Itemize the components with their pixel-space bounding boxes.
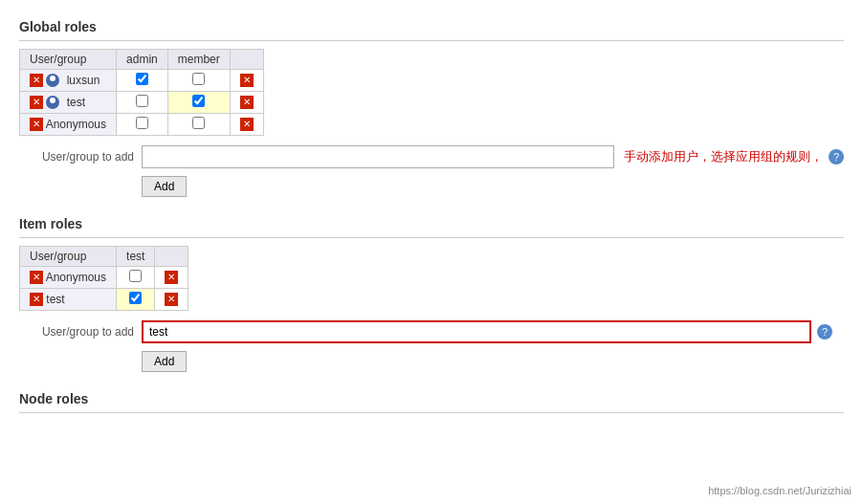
global-add-form-row: User/group to add 手动添加用户，选择应用组的规则， ? — [19, 145, 844, 168]
test-cell — [117, 267, 155, 289]
user-cell: ✕ luxsun — [20, 70, 117, 92]
user-cell: ✕ Anonymous — [20, 114, 117, 136]
action-cell: ✕ — [230, 92, 263, 114]
global-roles-divider — [19, 40, 844, 41]
table-row: ✕ Anonymous ✕ — [20, 114, 264, 136]
delete-icon[interactable]: ✕ — [30, 271, 43, 284]
global-roles-table: User/group admin member ✕ luxsun — [19, 49, 264, 136]
item-roles-title: Item roles — [19, 216, 844, 231]
admin-checkbox[interactable] — [136, 73, 148, 85]
test-cell — [117, 289, 155, 311]
item-add-button[interactable]: Add — [142, 351, 187, 372]
action-cell: ✕ — [230, 114, 263, 136]
row-delete-icon[interactable]: ✕ — [240, 118, 254, 131]
admin-cell — [117, 92, 168, 114]
help-icon[interactable]: ? — [817, 324, 832, 340]
table-row: ✕ test ✕ — [20, 289, 188, 311]
delete-icon[interactable]: ✕ — [30, 118, 43, 131]
username-label: luxsun — [67, 74, 100, 87]
table-row: ✕ Anonymous ✕ — [20, 267, 188, 289]
member-checkbox[interactable] — [192, 117, 205, 129]
item-col-header-user: User/group — [20, 247, 117, 267]
table-row: ✕ luxsun ✕ — [20, 70, 264, 92]
item-col-header-action — [155, 247, 188, 267]
delete-icon[interactable]: ✕ — [30, 293, 43, 306]
member-checkbox[interactable] — [192, 95, 205, 107]
item-add-input[interactable] — [142, 320, 811, 343]
annotation-text: 手动添加用户，选择应用组的规则， — [624, 148, 823, 165]
table-row: ✕ test ✕ — [20, 92, 264, 114]
item-roles-table: User/group test ✕ Anonymous ✕ — [19, 246, 188, 311]
username-label: test — [67, 96, 85, 109]
user-icon — [46, 74, 59, 87]
global-roles-title: Global roles — [19, 19, 844, 34]
action-cell: ✕ — [155, 289, 188, 311]
global-add-label: User/group to add — [19, 150, 134, 164]
test-checkbox[interactable] — [129, 292, 142, 304]
username-label: test — [46, 293, 64, 306]
test-checkbox[interactable] — [129, 270, 142, 282]
item-add-form-row: User/group to add ? — [19, 320, 844, 343]
node-roles-title: Node roles — [19, 391, 844, 406]
action-cell: ✕ — [155, 267, 188, 289]
user-cell: ✕ test — [20, 92, 117, 114]
node-roles-divider — [19, 412, 844, 413]
member-cell — [167, 92, 230, 114]
global-roles-section: Global roles User/group admin member ✕ l… — [19, 19, 844, 207]
item-roles-section: Item roles User/group test ✕ Anonymous — [19, 216, 844, 382]
item-roles-divider — [19, 237, 844, 238]
username-label: Anonymous — [46, 118, 106, 131]
row-delete-icon[interactable]: ✕ — [240, 74, 254, 87]
global-col-header-action — [230, 50, 263, 70]
admin-cell — [117, 114, 168, 136]
user-cell: ✕ Anonymous — [20, 267, 117, 289]
username-label: Anonymous — [46, 271, 106, 284]
member-checkbox[interactable] — [192, 73, 205, 85]
admin-cell — [117, 70, 168, 92]
global-col-header-member: member — [167, 50, 230, 70]
item-col-header-test: test — [117, 247, 155, 267]
user-icon — [46, 96, 59, 109]
row-delete-icon[interactable]: ✕ — [165, 271, 178, 284]
member-cell — [167, 114, 230, 136]
help-icon[interactable]: ? — [829, 149, 844, 164]
admin-checkbox[interactable] — [136, 117, 148, 129]
delete-icon[interactable]: ✕ — [30, 74, 43, 87]
global-add-button[interactable]: Add — [142, 176, 187, 197]
global-col-header-admin: admin — [117, 50, 168, 70]
row-delete-icon[interactable]: ✕ — [240, 96, 254, 109]
member-cell — [167, 70, 230, 92]
row-delete-icon[interactable]: ✕ — [165, 293, 178, 306]
item-add-label: User/group to add — [19, 325, 134, 339]
action-cell: ✕ — [230, 70, 263, 92]
node-roles-section: Node roles — [19, 391, 844, 413]
user-cell: ✕ test — [20, 289, 117, 311]
global-col-header-user: User/group — [20, 50, 117, 70]
delete-icon[interactable]: ✕ — [30, 96, 43, 109]
admin-checkbox[interactable] — [136, 95, 148, 107]
global-add-input[interactable] — [142, 145, 614, 168]
